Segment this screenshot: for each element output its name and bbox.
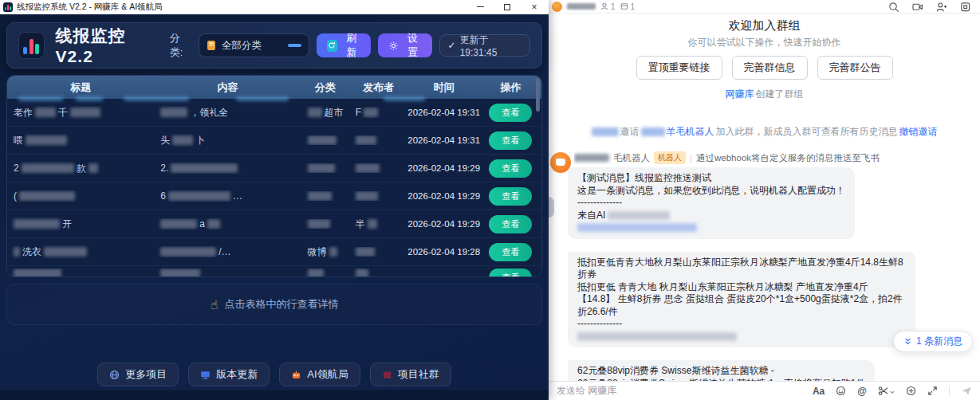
monitor-app-window: 线报监控系统 V2.2 - 网赚库 & AI领航局 × 线报监控 V2.2 分类… — [0, 0, 549, 400]
blur-glow — [124, 97, 189, 100]
text-fragment: a — [199, 218, 205, 229]
message-input[interactable]: 发送给 网赚库 — [557, 384, 616, 398]
tabs-icon — [620, 2, 628, 10]
footer-button-版本更新[interactable]: 版本更新 — [188, 363, 270, 386]
cell-action: 查看 — [480, 215, 541, 233]
scissors-icon[interactable] — [878, 386, 895, 397]
footer-button-AI领航局[interactable]: AI领航局 — [279, 363, 360, 386]
group-name-redacted — [567, 3, 596, 10]
welcome-action-button[interactable]: 置顶重要链接 — [636, 56, 722, 80]
category-dropdown[interactable]: 全部分类 — [199, 33, 309, 57]
table-row[interactable]: 查看 — [7, 266, 541, 276]
cell-content: 6… — [154, 190, 301, 202]
bot-description: 通过webhook将自定义服务的消息推送至飞书 — [696, 152, 880, 164]
table-row[interactable]: (6…2026-02-04 19:29查看 — [7, 182, 541, 210]
text-fragment: 62元叠88vip消费券 Swisse斯维诗益生菌软糖 - — [577, 365, 774, 378]
feishu-chat-panel: 1 1 欢迎加入群组 你可以尝试以下操作，快速开始协作 置顶重要链接完善群信息完… — [549, 0, 980, 400]
expand-icon[interactable] — [927, 386, 938, 396]
cell-category — [301, 191, 349, 201]
view-button[interactable]: 查看 — [489, 187, 532, 206]
sidebar-handle[interactable] — [549, 197, 554, 218]
send-icon[interactable] — [961, 386, 972, 396]
cell-action: 查看 — [480, 269, 541, 276]
window-titlebar: 线报监控系统 V2.2 - 网赚库 & AI领航局 × — [0, 0, 549, 14]
message-bubble[interactable]: 【测试消息】线报监控推送测试这是一条测试消息，如果您收到此消息，说明机器人配置成… — [568, 167, 855, 239]
redacted-text — [207, 219, 220, 229]
maximize-icon[interactable] — [502, 2, 512, 12]
chat-input-bar[interactable]: 发送给 网赚库 Aa @ — [549, 381, 980, 400]
app-logo-icon — [18, 32, 45, 59]
message-sender: 毛机器人机器人|通过webhook将自定义服务的消息推送至飞书 — [574, 151, 970, 164]
minimize-icon[interactable] — [475, 2, 485, 12]
table-row[interactable]: 老作千，领礼全超市F2026-02-04 19:31查看 — [7, 99, 541, 127]
monitor-app-body: 线报监控 V2.2 分类: 全部分类 刷新 设置 ✓ 更 — [0, 14, 549, 400]
link[interactable]: 羊毛机器人 — [667, 125, 714, 139]
cell-title — [7, 269, 154, 276]
window-title: 线报监控系统 V2.2 - 网赚库 & AI领航局 — [17, 2, 163, 13]
footer-actions: 更多项目版本更新AI领航局项目社群 — [0, 363, 549, 386]
more-grid-icon[interactable] — [960, 2, 970, 12]
footer-button-更多项目[interactable]: 更多项目 — [97, 363, 179, 386]
bot-avatar[interactable] — [550, 152, 571, 173]
text-fragment: ，领礼全 — [190, 106, 228, 120]
text-fragment: 邀请 — [620, 125, 640, 139]
footer-button-项目社群[interactable]: 项目社群 — [370, 363, 451, 386]
chat-message: 毛机器人机器人|通过webhook将自定义服务的消息推送至飞书【测试消息】线报监… — [568, 151, 970, 239]
table-row[interactable]: 2款2.2026-02-04 19:29查看 — [7, 155, 541, 182]
separator: | — [690, 153, 692, 163]
view-button[interactable]: 查看 — [489, 215, 532, 233]
cell-category — [301, 135, 349, 145]
view-button[interactable]: 查看 — [489, 104, 532, 122]
table-row[interactable]: 开a半2026-02-04 19:29查看 — [7, 210, 541, 238]
view-button[interactable]: 查看 — [489, 269, 532, 276]
redacted-text — [14, 247, 20, 257]
mention-icon[interactable]: @ — [857, 386, 867, 397]
member-count-value: 1 — [611, 2, 616, 11]
welcome-action-button[interactable]: 完善群公告 — [817, 56, 893, 80]
text-fragment: 喂 — [14, 134, 23, 147]
link[interactable]: 网赚库 — [726, 88, 754, 101]
text-fragment: 头 — [160, 134, 170, 147]
view-button[interactable]: 查看 — [489, 131, 532, 150]
table-row[interactable]: 喂头卜2026-02-04 19:31查看 — [7, 127, 541, 155]
plus-icon[interactable] — [906, 386, 916, 396]
text-fragment: 这是一条测试消息，如果您收到此消息，说明机器人配置成功！ — [577, 185, 845, 198]
cell-category — [301, 219, 349, 229]
settings-button[interactable]: 设置 — [378, 33, 431, 57]
add-member-icon[interactable] — [936, 2, 947, 12]
blur-glow — [76, 97, 103, 100]
text-fragment: 超市 — [325, 106, 344, 120]
redacted-text — [160, 247, 216, 257]
new-message-pill[interactable]: 1 条新消息 — [893, 331, 973, 352]
double-down-icon — [903, 337, 912, 346]
search-icon[interactable] — [888, 2, 899, 12]
redacted-text — [44, 247, 87, 257]
redacted-text — [577, 332, 737, 341]
redacted-text — [308, 163, 335, 173]
emoji-icon[interactable] — [836, 386, 846, 396]
text-fragment: 卜 — [195, 134, 205, 147]
table-row[interactable]: 洗衣/…微博2026-02-04 19:28查看 — [7, 238, 541, 266]
message-bubble[interactable]: 抵扣更低青青大地秋月梨山东莱阳正宗秋月冰糖梨产地直发净重4斤14.8生鲜8折券抵… — [568, 252, 915, 348]
app-window-icon — [3, 2, 13, 12]
monitor-icon — [200, 370, 211, 380]
link[interactable]: 撤销邀请 — [899, 125, 938, 139]
cell-publisher — [349, 191, 408, 201]
video-call-icon[interactable] — [912, 2, 923, 12]
expand-icon — [927, 386, 938, 396]
group-avatar[interactable] — [552, 2, 562, 12]
view-button[interactable]: 查看 — [489, 243, 532, 261]
view-button[interactable]: 查看 — [489, 159, 532, 178]
message-bubble[interactable]: 62元叠88vip消费券 Swisse斯维诗益生菌软糖 -62元叠88vip消费… — [568, 360, 875, 381]
settings-label: 设置 — [403, 31, 421, 60]
cell-category: 超市 — [301, 106, 349, 120]
new-message-label: 1 条新消息 — [916, 335, 962, 348]
cell-time: 2026-02-04 19:31 — [407, 135, 479, 145]
column-header-3: 分类 — [301, 80, 349, 95]
refresh-button[interactable]: 刷新 — [317, 33, 372, 57]
scrollbar-thumb[interactable] — [536, 78, 540, 112]
font-size-icon[interactable]: Aa — [813, 386, 825, 397]
close-icon[interactable]: × — [529, 2, 539, 12]
text-fragment: F — [356, 107, 361, 118]
welcome-action-button[interactable]: 完善群信息 — [732, 56, 808, 80]
